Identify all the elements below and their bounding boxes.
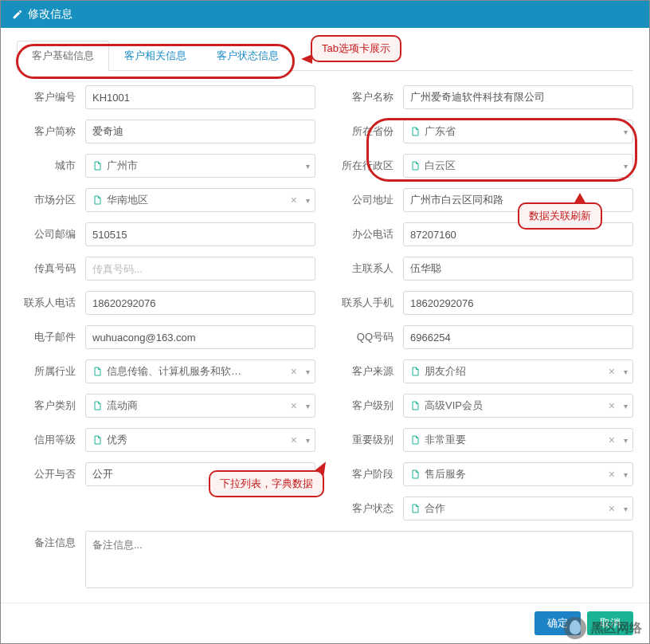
clear-icon[interactable]: × [291,434,297,446]
level-value: 高级VIP会员 [425,399,613,413]
contact-tel-input[interactable] [85,291,315,315]
importance-value: 非常重要 [425,433,613,447]
category-select[interactable]: 流动商 × ▾ [85,394,315,418]
province-select[interactable]: 广东省 ▾ [403,120,633,143]
label-zip: 公司邮编 [17,227,85,242]
label-tel: 办公电话 [335,227,403,242]
chevron-down-icon: ▾ [624,128,628,136]
label-fax: 传真号码 [17,261,85,276]
label-status: 客户状态 [335,501,403,516]
zip-input[interactable] [85,222,315,246]
clear-icon[interactable]: × [609,434,615,446]
level-select[interactable]: 高级VIP会员 × ▾ [403,394,633,418]
clear-icon[interactable]: × [609,502,615,515]
label-contact-tel: 联系人电话 [17,296,85,310]
district-select[interactable]: 白云区 ▾ [403,154,633,178]
label-level: 客户级别 [335,399,403,413]
customer-name-input[interactable] [403,85,633,109]
document-icon [410,469,420,480]
status-value: 合作 [425,501,613,516]
document-icon [410,400,420,411]
tab-status-info[interactable]: 客户状态信息 [202,41,294,70]
clear-icon[interactable]: × [291,365,297,378]
status-select[interactable]: 合作 × ▾ [403,497,633,520]
clear-icon[interactable]: × [291,399,297,412]
province-value: 广东省 [425,124,613,139]
label-city: 城市 [17,159,85,173]
district-value: 白云区 [425,159,613,173]
label-qq: QQ号码 [335,330,403,344]
label-industry: 所属行业 [17,364,85,379]
clear-icon[interactable]: × [609,468,615,481]
credit-value: 优秀 [107,433,296,447]
short-name-input[interactable] [85,120,315,143]
chevron-down-icon: ▾ [306,367,310,376]
document-icon [410,434,420,446]
label-remark: 备注信息 [17,531,85,550]
source-select[interactable]: 朋友介绍 × ▾ [403,359,633,383]
credit-select[interactable]: 优秀 × ▾ [85,428,315,452]
annotation-tabs: Tab选项卡展示 [311,35,401,62]
ok-button[interactable]: 确定 [534,611,581,635]
label-importance: 重要级别 [335,433,403,447]
clear-icon[interactable]: × [609,399,615,412]
industry-select[interactable]: 信息传输、计算机服务和软… × ▾ [85,359,315,383]
category-value: 流动商 [107,399,296,413]
industry-value: 信息传输、计算机服务和软… [107,364,296,379]
stage-select[interactable]: 售后服务 × ▾ [403,462,633,486]
document-icon [92,194,102,206]
stage-value: 售后服务 [425,467,613,481]
chevron-down-icon: ▾ [624,162,628,171]
label-public: 公开与否 [17,467,85,481]
clear-icon[interactable]: × [609,365,615,378]
label-district: 所在行政区 [335,159,403,173]
document-icon [92,366,102,377]
document-icon [92,160,102,171]
dialog-title: 修改信息 [28,7,72,22]
clear-icon[interactable]: × [291,194,297,206]
document-icon [410,160,420,171]
label-region: 市场分区 [17,193,85,207]
contact-mobile-input[interactable] [403,291,633,315]
email-input[interactable] [85,325,315,349]
label-contact-mobile: 联系人手机 [335,296,403,310]
chevron-down-icon: ▾ [624,402,628,410]
chevron-down-icon: ▾ [306,162,310,171]
contact-input[interactable] [403,257,633,281]
qq-input[interactable] [403,325,633,349]
document-icon [410,126,420,137]
cancel-button[interactable]: 取消 [587,611,633,635]
document-icon [92,434,102,446]
chevron-down-icon: ▾ [624,436,628,445]
region-select[interactable]: 华南地区 × ▾ [85,188,315,212]
label-category: 客户类别 [17,399,85,413]
importance-select[interactable]: 非常重要 × ▾ [403,428,633,452]
city-select[interactable]: 广州市 ▾ [85,154,315,178]
label-customer-name: 客户名称 [335,90,403,104]
label-credit: 信用等级 [17,433,85,447]
source-value: 朋友介绍 [425,364,613,379]
tab-related-info[interactable]: 客户相关信息 [109,41,202,70]
label-source: 客户来源 [335,364,403,379]
document-icon [92,400,102,411]
tab-basic-info[interactable]: 客户基础信息 [17,41,109,71]
label-short-name: 客户简称 [17,124,85,139]
chevron-down-icon: ▾ [306,402,310,410]
region-value: 华南地区 [107,193,296,207]
remark-textarea[interactable] [85,531,633,588]
chevron-down-icon: ▾ [624,505,628,513]
label-province: 所在省份 [335,124,403,139]
label-customer-no: 客户编号 [17,90,85,104]
chevron-down-icon: ▾ [306,436,310,445]
label-email: 电子邮件 [17,330,85,344]
document-icon [410,366,420,377]
document-icon [410,503,420,514]
fax-input[interactable] [85,257,315,281]
annotation-linked: 数据关联刷新 [518,202,602,230]
label-contact: 主联系人 [335,261,403,276]
chevron-down-icon: ▾ [624,470,628,479]
city-value: 广州市 [107,159,296,173]
chevron-down-icon: ▾ [306,196,310,205]
customer-no-input[interactable] [85,85,315,109]
label-stage: 客户阶段 [335,467,403,481]
